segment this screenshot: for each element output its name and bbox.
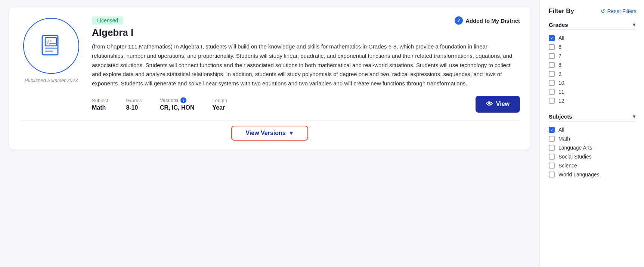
grades-section-title: Grades <box>549 22 568 28</box>
subject-label: Subject <box>92 98 108 103</box>
subject-label-language-arts: Language Arts <box>558 145 592 151</box>
subject-option-all[interactable]: ✓ All <box>549 125 637 134</box>
grade-option-9[interactable]: 9 <box>549 69 637 78</box>
filter-panel: Filter By ↺ Reset Filters Grades ▼ ✓ All… <box>539 0 644 267</box>
grade-label-7: 7 <box>558 53 561 59</box>
meta-grades: Grades 8-10 <box>126 98 142 111</box>
svg-text:√: √ <box>46 39 49 45</box>
meta-subject: Subject Math <box>92 98 108 111</box>
grade-checkbox-8[interactable] <box>549 62 555 68</box>
svg-rect-0 <box>42 35 58 55</box>
card-header: Licensed ✓ Added to My District <box>92 16 520 25</box>
grade-label-10: 10 <box>558 80 564 86</box>
subject-label-world-languages: World Languages <box>558 172 599 178</box>
subject-option-world-languages[interactable]: World Languages <box>549 170 637 179</box>
grade-option-all[interactable]: ✓ All <box>549 34 637 43</box>
subject-option-language-arts[interactable]: Language Arts <box>549 143 637 152</box>
versions-value: CR, IC, HON <box>160 104 194 111</box>
grade-checkbox-10[interactable] <box>549 80 555 86</box>
meta-versions: Versions i CR, IC, HON <box>160 97 194 111</box>
subject-checkbox-math[interactable] <box>549 136 555 142</box>
grades-chevron-down-icon[interactable]: ▼ <box>632 22 637 28</box>
grade-label-12: 12 <box>558 98 564 104</box>
grade-option-8[interactable]: 8 <box>549 60 637 69</box>
svg-text:x: x <box>50 39 52 43</box>
view-versions-button[interactable]: View Versions ▼ <box>231 126 308 141</box>
filter-header: Filter By ↺ Reset Filters <box>549 7 637 15</box>
subject-value: Math <box>92 104 108 111</box>
view-versions-row: View Versions ▼ <box>19 120 520 141</box>
grade-checkbox-all[interactable]: ✓ <box>549 35 555 41</box>
subjects-chevron-down-icon[interactable]: ▼ <box>632 114 637 119</box>
subject-option-math[interactable]: Math <box>549 134 637 143</box>
reset-filters-button[interactable]: ↺ Reset Filters <box>601 8 637 14</box>
eye-icon: 👁 <box>486 100 493 108</box>
subject-checkbox-world-languages[interactable] <box>549 172 555 178</box>
course-icon-section: √ x Published Summer 2023 <box>19 16 83 83</box>
grade-label-all: All <box>558 35 564 41</box>
subject-checkbox-all[interactable]: ✓ <box>549 127 555 133</box>
grade-checkbox-7[interactable] <box>549 53 555 59</box>
view-button[interactable]: 👁 View <box>476 96 520 113</box>
meta-length: Length Year <box>212 98 227 111</box>
subject-label-math: Math <box>558 136 570 142</box>
grade-option-10[interactable]: 10 <box>549 78 637 87</box>
added-to-district-label: Added to My District <box>465 18 520 24</box>
filter-title: Filter By <box>549 7 574 15</box>
subjects-options: ✓ All Math Language Arts Social Studies … <box>549 125 637 179</box>
course-card: √ x Published Summer 2023 Licensed ✓ Add… <box>9 7 530 150</box>
grade-checkbox-9[interactable] <box>549 71 555 77</box>
grade-label-9: 9 <box>558 71 561 77</box>
subject-checkbox-science[interactable] <box>549 163 555 169</box>
card-body: Licensed ✓ Added to My District Algebra … <box>92 16 520 113</box>
subject-label-science: Science <box>558 163 577 169</box>
grade-checkbox-11[interactable] <box>549 89 555 95</box>
subject-label-social-studies: Social Studies <box>558 154 592 160</box>
length-value: Year <box>212 104 227 111</box>
subject-label-all: All <box>558 127 564 133</box>
grades-filter-section: Grades ▼ ✓ All 6 7 8 9 10 11 12 <box>549 22 637 105</box>
subject-option-science[interactable]: Science <box>549 161 637 170</box>
published-label: Published Summer 2023 <box>25 78 78 83</box>
length-label: Length <box>212 98 227 103</box>
course-description: (from Chapter 111.Mathematics) In Algebr… <box>92 42 520 88</box>
grade-label-11: 11 <box>558 89 564 95</box>
course-icon-svg: √ x <box>38 32 65 59</box>
subjects-filter-section: Subjects ▼ ✓ All Math Language Arts Soci… <box>549 113 637 179</box>
grade-option-7[interactable]: 7 <box>549 51 637 60</box>
grade-option-6[interactable]: 6 <box>549 43 637 51</box>
check-circle-icon: ✓ <box>455 16 463 25</box>
versions-label: Versions i <box>160 97 194 103</box>
grades-value: 8-10 <box>126 104 142 111</box>
added-to-district: ✓ Added to My District <box>455 16 520 25</box>
grade-option-11[interactable]: 11 <box>549 87 637 96</box>
versions-info-icon[interactable]: i <box>180 97 186 103</box>
reset-icon: ↺ <box>601 8 605 14</box>
subjects-section-header: Subjects ▼ <box>549 113 637 122</box>
subject-checkbox-social-studies[interactable] <box>549 154 555 160</box>
meta-and-view-row: Subject Math Grades 8-10 Versions i <box>92 96 520 113</box>
grades-label: Grades <box>126 98 142 103</box>
licensed-badge: Licensed <box>92 16 123 25</box>
grade-checkbox-6[interactable] <box>549 44 555 50</box>
subject-option-social-studies[interactable]: Social Studies <box>549 152 637 161</box>
chevron-down-icon: ▼ <box>289 130 294 136</box>
grade-label-6: 6 <box>558 44 561 50</box>
course-icon-circle: √ x <box>23 18 79 74</box>
subjects-section-title: Subjects <box>549 113 572 120</box>
grades-options: ✓ All 6 7 8 9 10 11 12 <box>549 34 637 105</box>
grade-checkbox-12[interactable] <box>549 98 555 104</box>
meta-row: Subject Math Grades 8-10 Versions i <box>92 97 227 111</box>
subject-checkbox-language-arts[interactable] <box>549 145 555 151</box>
grade-option-12[interactable]: 12 <box>549 96 637 105</box>
grades-section-header: Grades ▼ <box>549 22 637 30</box>
grade-label-8: 8 <box>558 62 561 68</box>
course-title: Algebra I <box>92 27 520 38</box>
